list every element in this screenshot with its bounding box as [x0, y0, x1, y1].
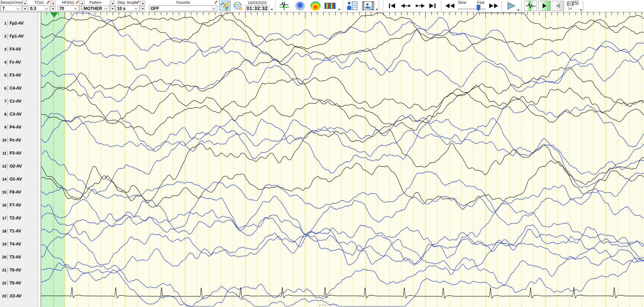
- step-back-button[interactable]: [399, 1, 412, 11]
- edit-pencil-icon[interactable]: [46, 0, 50, 4]
- page-forward-button[interactable]: [538, 1, 551, 11]
- channel-row[interactable]: 22T5-AV: [0, 280, 38, 286]
- notch-filter-button[interactable]: 50: [219, 1, 231, 11]
- speed-slider-groove[interactable]: [458, 8, 485, 10]
- sensitivity-down-button[interactable]: [22, 6, 27, 12]
- channel-row[interactable]: 4Fz-AV: [0, 59, 38, 65]
- chevron-down-icon: [104, 6, 108, 10]
- time-display[interactable]: 01:32:32: [245, 5, 269, 11]
- chevron-down-icon: [74, 6, 77, 10]
- chevron-down-icon: [17, 6, 20, 10]
- channel-label: P4-AV: [8, 125, 21, 130]
- channel-row[interactable]: 2Fp1-AV: [0, 33, 38, 39]
- display-length-label: Disp. length: [117, 0, 137, 4]
- channel-row[interactable]: 10Pz-AV: [0, 137, 38, 143]
- display-length-up-button[interactable]: [140, 1, 145, 6]
- channel-number: 23: [0, 294, 8, 298]
- channel-row[interactable]: 17T2-AV: [0, 215, 38, 221]
- channel-row[interactable]: 23X3-AV: [0, 293, 38, 299]
- map-3d-button[interactable]: [293, 1, 306, 11]
- channel-label: T6-AV: [8, 268, 21, 272]
- eeg-display-area: 1Fp2-AV2Fp1-AV3F4-AV4Fz-AV5F3-AV6C4-AV7C…: [0, 12, 644, 307]
- skip-to-end-button[interactable]: [427, 1, 438, 11]
- page-forward-icon: [542, 3, 547, 9]
- svg-text:⚙: ⚙: [239, 6, 243, 11]
- channel-number: 1: [0, 21, 8, 25]
- channel-row[interactable]: 21T6-AV: [0, 267, 38, 273]
- high-frequency-select[interactable]: 70: [58, 5, 79, 11]
- play-dropdown-icon[interactable]: [517, 10, 519, 11]
- channel-row[interactable]: 3F4-AV: [0, 46, 38, 52]
- time-constant-up-button[interactable]: [50, 1, 55, 6]
- channel-number: 14: [0, 177, 8, 181]
- channel-row[interactable]: 11P3-AV: [0, 150, 38, 156]
- sensitivity-select[interactable]: 7: [1, 5, 22, 11]
- rewind-button[interactable]: [444, 1, 456, 11]
- time-constant-down-button[interactable]: [50, 6, 55, 12]
- channel-label: T1-AV: [8, 229, 21, 233]
- channel-row[interactable]: 16F7-AV: [0, 202, 38, 208]
- time-constant-select[interactable]: 0.3: [28, 5, 50, 11]
- edit-pencil-icon[interactable]: [75, 0, 79, 4]
- channel-label-panel: 1Fp2-AV2Fp1-AV3F4-AV4Fz-AV5F3-AV6C4-AV7C…: [0, 12, 38, 307]
- playback-position-line: [53, 12, 54, 17]
- channel-row[interactable]: 1Fp2-AV: [0, 20, 38, 26]
- favorite-select[interactable]: OFF: [149, 5, 217, 11]
- pattern-down-button[interactable]: [110, 6, 115, 12]
- maps-dropdown-icon[interactable]: [338, 9, 340, 10]
- skip-to-start-button[interactable]: [387, 1, 397, 11]
- page-indicator-box[interactable]: [330, 305, 337, 307]
- dsa-trend-button[interactable]: [324, 1, 337, 11]
- sensitivity-up-button[interactable]: [22, 1, 27, 6]
- edit-pencil-icon[interactable]: [136, 0, 140, 4]
- eeg-traces-canvas[interactable]: [41, 12, 644, 307]
- display-length-select[interactable]: 10 s: [115, 5, 140, 11]
- video-dropdown-icon[interactable]: [376, 9, 378, 10]
- fast-forward-button[interactable]: [488, 1, 500, 11]
- channel-number: 4: [0, 60, 8, 64]
- toolbar-separator: [583, 1, 583, 11]
- page-back-button[interactable]: [552, 1, 564, 11]
- channel-number: 10: [0, 138, 8, 142]
- channel-row[interactable]: 18T1-AV: [0, 228, 38, 234]
- page-review-button[interactable]: [525, 1, 537, 11]
- datetime-dropdown-icon[interactable]: [271, 9, 273, 10]
- trace-cursor-icon: [279, 1, 289, 11]
- patient-report-button[interactable]: [346, 1, 359, 11]
- channel-label: F7-AV: [8, 203, 21, 208]
- channel-label: T2-AV: [8, 216, 21, 221]
- patient-report-icon: [347, 1, 358, 11]
- topo-map-button[interactable]: [309, 1, 322, 11]
- channel-row[interactable]: 19T4-AV: [0, 241, 38, 247]
- chevron-down-icon: [45, 6, 48, 10]
- channel-label: F3-AV: [8, 73, 21, 78]
- channel-row[interactable]: 8C3-AV: [0, 111, 38, 117]
- edit-pencil-icon[interactable]: [214, 0, 218, 4]
- channel-row[interactable]: 9P4-AV: [0, 124, 38, 130]
- channel-row[interactable]: 14O1-AV: [0, 176, 38, 182]
- skip-end-icon: [428, 3, 437, 9]
- video-cut-button[interactable]: ✂: [566, 1, 580, 11]
- channel-row[interactable]: 12O2-AV: [0, 163, 38, 169]
- video-cut-dropdown-icon[interactable]: [580, 10, 582, 11]
- video-button[interactable]: [361, 1, 375, 11]
- topo-map-icon: [311, 1, 320, 11]
- play-button[interactable]: [505, 1, 518, 11]
- page-indicator-box[interactable]: [319, 305, 326, 307]
- channel-row[interactable]: 6C4-AV: [0, 85, 38, 91]
- pattern-up-button[interactable]: [110, 1, 115, 6]
- step-forward-icon: [415, 3, 426, 8]
- channel-row[interactable]: 5F3-AV: [0, 72, 38, 78]
- step-forward-button[interactable]: [414, 1, 427, 11]
- electrode-setup-button[interactable]: ⚙: [232, 1, 244, 11]
- channel-number: 18: [0, 229, 8, 233]
- channel-row[interactable]: 20T3-AV: [0, 254, 38, 260]
- speed-slider-thumb[interactable]: [477, 5, 480, 11]
- channel-row[interactable]: 7Cz-AV: [0, 98, 38, 104]
- channel-row[interactable]: 15F8-AV: [0, 189, 38, 195]
- review-cursor-button[interactable]: [278, 1, 290, 11]
- display-length-down-button[interactable]: [140, 6, 145, 12]
- page-wave-icon: [526, 2, 536, 9]
- toolbar-separator: [342, 1, 343, 11]
- pattern-select[interactable]: MOTHER: [82, 5, 110, 11]
